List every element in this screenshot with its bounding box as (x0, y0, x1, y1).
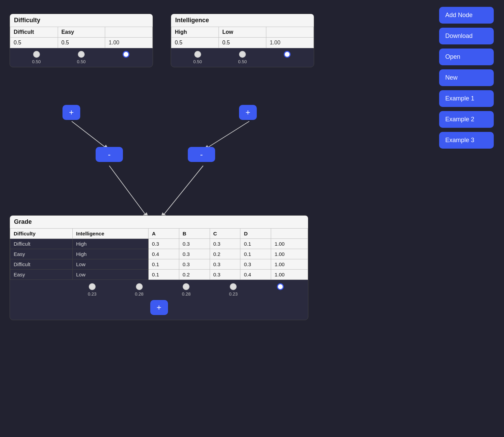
grade-row3-d[interactable]: 0.4 (240, 270, 271, 280)
grade-row3-difficulty: Easy (10, 270, 73, 280)
grade-row0-b[interactable]: 0.3 (179, 239, 210, 249)
svg-line-1 (72, 121, 109, 150)
example3-button[interactable]: Example 3 (439, 132, 494, 149)
difficulty-radio-2[interactable] (104, 51, 149, 64)
grade-row-2: Difficult Low 0.1 0.3 0.3 0.3 1.00 (10, 259, 308, 270)
example2-button[interactable]: Example 2 (439, 111, 494, 128)
easy-value[interactable]: 0.5 (58, 38, 105, 48)
intelligence-radio-row: 0.50 0.50 (171, 48, 314, 67)
grade-row3-sum: 1.00 (271, 270, 308, 280)
grade-row2-d[interactable]: 0.3 (240, 259, 271, 270)
difficulty-title: Difficulty (10, 14, 153, 27)
intelligence-table: High Low 0.5 0.5 1.00 (171, 27, 314, 48)
intelligence-radio-circle-1[interactable] (239, 51, 246, 58)
grade-row2-intelligence: Low (72, 259, 148, 270)
grade-radio-4[interactable] (257, 283, 304, 297)
intelligence-plus-button[interactable]: + (239, 105, 257, 120)
grade-row0-a[interactable]: 0.3 (148, 239, 179, 249)
low-value[interactable]: 0.5 (219, 38, 266, 48)
grade-row0-c[interactable]: 0.3 (210, 239, 240, 249)
new-button[interactable]: New (439, 69, 494, 86)
grade-row3-a[interactable]: 0.1 (148, 270, 179, 280)
grade-row1-sum: 1.00 (271, 249, 308, 259)
difficulty-radio-label-1: 0.50 (77, 59, 85, 64)
difficulty-node: Difficulty Difficult Easy 0.5 0.5 1.00 0… (10, 14, 153, 67)
open-button[interactable]: Open (439, 49, 494, 65)
grade-radio-label-0: 0.23 (88, 291, 96, 297)
download-button[interactable]: Download (439, 28, 494, 44)
grade-row3-c[interactable]: 0.3 (210, 270, 240, 280)
grade-row0-d[interactable]: 0.1 (240, 239, 271, 249)
difficulty-radio-1[interactable]: 0.50 (59, 51, 103, 64)
intelligence-radio-label-1: 0.50 (238, 59, 247, 64)
difficulty-radio-circle-1[interactable] (78, 51, 85, 58)
intelligence-radio-2[interactable] (265, 51, 310, 64)
intelligence-radio-circle-0[interactable] (194, 51, 201, 58)
grade-col-c: C (210, 229, 240, 239)
difficulty-table: Difficult Easy 0.5 0.5 1.00 (10, 27, 153, 48)
add-node-button[interactable]: Add Node (439, 7, 494, 24)
grade-radio-circle-1[interactable] (136, 283, 143, 290)
grade-row2-b[interactable]: 0.3 (179, 259, 210, 270)
grade-row1-a[interactable]: 0.4 (148, 249, 179, 259)
grade-radio-label-1: 0.28 (135, 291, 143, 297)
grade-radio-row: 0.23 0.28 0.28 0.23 (10, 280, 308, 300)
grade-row0-difficulty: Difficult (10, 239, 73, 249)
svg-line-3 (109, 166, 149, 219)
grade-plus-button[interactable]: + (150, 300, 168, 315)
grade-col-difficulty: Difficulty (10, 229, 73, 239)
grade-col-sum (271, 229, 308, 239)
grade-col-d: D (240, 229, 271, 239)
grade-row1-difficulty: Easy (10, 249, 73, 259)
grade-title: Grade (10, 216, 308, 228)
intelligence-radio-1[interactable]: 0.50 (220, 51, 265, 64)
grade-radio-1[interactable]: 0.28 (116, 283, 163, 297)
intelligence-sum: 1.00 (266, 38, 314, 48)
grade-node: Grade Difficulty Intelligence A B C D Di… (10, 215, 308, 320)
difficulty-plus-button[interactable]: + (62, 105, 80, 120)
intelligence-title: Intelligence (171, 14, 314, 27)
grade-radio-0[interactable]: 0.23 (69, 283, 116, 297)
svg-line-2 (203, 121, 249, 150)
grade-row1-b[interactable]: 0.3 (179, 249, 210, 259)
example1-button[interactable]: Example 1 (439, 90, 494, 107)
difficulty-radio-0[interactable]: 0.50 (14, 51, 59, 64)
grade-row-3: Easy Low 0.1 0.2 0.3 0.4 1.00 (10, 270, 308, 280)
intelligence-radio-circle-2[interactable] (284, 51, 291, 58)
grade-row1-c[interactable]: 0.2 (210, 249, 240, 259)
grade-radio-circle-4[interactable] (277, 283, 284, 290)
grade-radio-3[interactable]: 0.23 (210, 283, 257, 297)
difficulty-minus-button[interactable]: - (96, 147, 123, 162)
grade-radio-label-2: 0.28 (182, 291, 191, 297)
low-header: Low (219, 27, 266, 38)
grade-row1-intelligence: High (72, 249, 148, 259)
grade-radio-circle-2[interactable] (183, 283, 190, 290)
grade-row2-sum: 1.00 (271, 259, 308, 270)
high-value[interactable]: 0.5 (171, 38, 219, 48)
grade-radio-2[interactable]: 0.28 (163, 283, 210, 297)
grade-row1-d[interactable]: 0.1 (240, 249, 271, 259)
grade-radio-circle-0[interactable] (89, 283, 96, 290)
sidebar: Add Node Download Open New Example 1 Exa… (439, 7, 494, 149)
grade-row2-difficulty: Difficult (10, 259, 73, 270)
grade-row2-c[interactable]: 0.3 (210, 259, 240, 270)
grade-col-b: B (179, 229, 210, 239)
grade-row3-b[interactable]: 0.2 (179, 270, 210, 280)
easy-header: Easy (58, 27, 105, 38)
intelligence-radio-0[interactable]: 0.50 (175, 51, 220, 64)
grade-row-0: Difficult High 0.3 0.3 0.3 0.1 1.00 (10, 239, 308, 249)
difficult-value[interactable]: 0.5 (10, 38, 58, 48)
difficulty-radio-circle-0[interactable] (33, 51, 40, 58)
intelligence-minus-button[interactable]: - (188, 147, 215, 162)
grade-table: Difficulty Intelligence A B C D Difficul… (10, 228, 308, 280)
grade-col-intelligence: Intelligence (72, 229, 148, 239)
grade-radio-circle-3[interactable] (230, 283, 237, 290)
difficulty-sum: 1.00 (105, 38, 153, 48)
intelligence-node: Intelligence High Low 0.5 0.5 1.00 0.50 … (171, 14, 314, 67)
difficulty-radio-circle-2[interactable] (123, 51, 129, 58)
grade-row3-intelligence: Low (72, 270, 148, 280)
grade-row0-sum: 1.00 (271, 239, 308, 249)
grade-row2-a[interactable]: 0.1 (148, 259, 179, 270)
high-header: High (171, 27, 219, 38)
intelligence-blank-header (266, 27, 314, 38)
